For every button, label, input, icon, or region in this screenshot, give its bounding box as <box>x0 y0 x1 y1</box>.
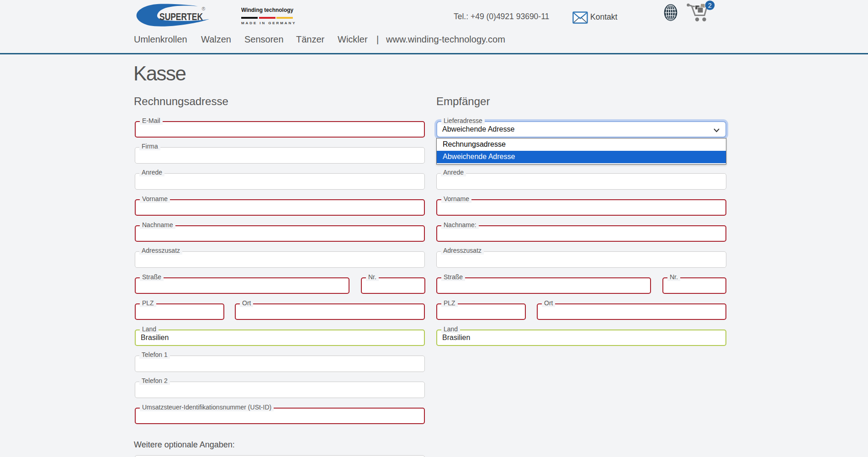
svg-text:®: ® <box>202 6 206 11</box>
svg-text:SUPERTEK: SUPERTEK <box>159 11 203 22</box>
svg-text:2: 2 <box>708 2 712 9</box>
